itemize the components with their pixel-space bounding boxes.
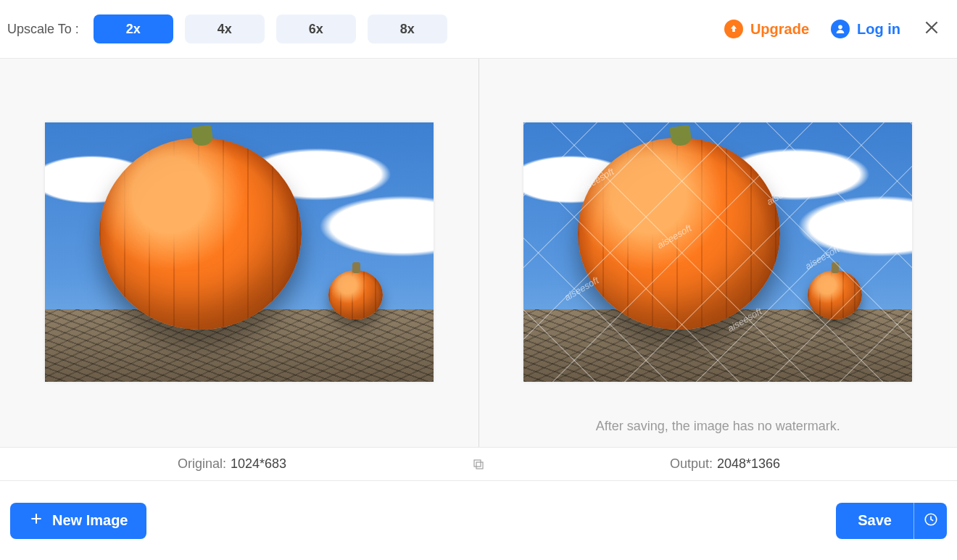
watermark-note: After saving, the image has no watermark… [596,419,840,434]
new-image-button[interactable]: New Image [10,503,146,539]
svg-rect-2 [476,462,483,469]
comparison-area: aiseesoft aiseesoft aiseesoft aiseesoft … [0,58,957,448]
compare-mode-icon[interactable] [464,448,493,480]
output-dimensions: Output: 2048*1366 [493,448,957,480]
header-bar: Upscale To : 2x 4x 6x 8x Upgrade Log in [0,0,957,58]
output-image: aiseesoft aiseesoft aiseesoft aiseesoft … [523,122,912,382]
login-button[interactable]: Log in [831,20,900,38]
upscale-to-label: Upscale To : [7,22,79,37]
original-image [45,122,434,382]
output-dim-value: 2048*1366 [717,456,780,472]
output-pane: aiseesoft aiseesoft aiseesoft aiseesoft … [479,59,958,447]
scale-8x-button[interactable]: 8x [368,14,447,43]
original-dimensions: Original: 1024*683 [0,448,464,480]
save-button-group: Save [836,503,947,539]
history-clock-icon [923,511,939,530]
svg-rect-1 [474,460,481,467]
close-icon[interactable] [922,18,941,40]
upgrade-button[interactable]: Upgrade [724,20,809,38]
scale-4x-button[interactable]: 4x [185,14,265,43]
save-button[interactable]: Save [836,503,914,539]
plus-icon [29,511,44,530]
new-image-label: New Image [52,512,128,529]
output-dim-label: Output: [670,456,713,472]
original-dim-label: Original: [178,456,226,472]
user-avatar-icon [831,20,850,38]
upgrade-arrow-icon [724,20,743,38]
svg-point-0 [838,25,842,30]
save-history-button[interactable] [914,503,947,539]
upgrade-label: Upgrade [750,21,809,38]
login-label: Log in [857,21,900,38]
original-pane [0,59,479,447]
scale-button-group: 2x 4x 6x 8x [94,14,447,43]
scale-6x-button[interactable]: 6x [276,14,356,43]
original-dim-value: 1024*683 [231,456,286,472]
dimension-bar: Original: 1024*683 Output: 2048*1366 [0,448,957,481]
scale-2x-button[interactable]: 2x [94,14,173,43]
footer-bar: New Image Save [0,481,957,560]
